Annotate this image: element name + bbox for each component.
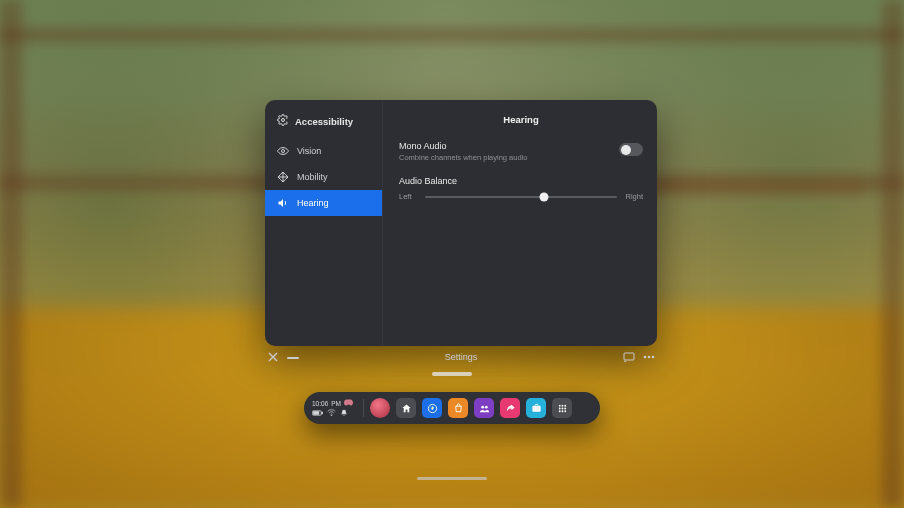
sidebar-item-hearing[interactable]: Hearing — [265, 190, 382, 216]
settings-sidebar: Accessibility Vision Mobility Hearing — [265, 100, 383, 346]
sidebar-title: Accessibility — [295, 116, 353, 127]
svg-rect-7 — [322, 412, 323, 414]
svg-point-12 — [484, 405, 487, 408]
move-icon — [277, 171, 289, 183]
sidebar-item-mobility[interactable]: Mobility — [265, 164, 382, 190]
mono-audio-label: Mono Audio — [399, 141, 527, 151]
svg-point-11 — [481, 405, 484, 408]
settings-content: Hearing Mono Audio Combine channels when… — [383, 100, 657, 346]
audio-balance-label: Audio Balance — [399, 176, 643, 186]
balance-left-label: Left — [399, 192, 419, 201]
dock-app-people[interactable] — [474, 398, 494, 418]
cast-button[interactable] — [623, 352, 635, 362]
svg-rect-8 — [313, 411, 319, 414]
svg-point-0 — [282, 119, 285, 122]
clock-time: 10:06 — [312, 400, 328, 407]
svg-rect-2 — [624, 353, 634, 360]
content-title: Hearing — [399, 110, 643, 139]
dock-status[interactable]: 10:06 PM — [312, 399, 357, 416]
system-dock: 10:06 PM — [304, 392, 600, 424]
dock-app-home[interactable] — [396, 398, 416, 418]
background-beam — [0, 0, 22, 508]
svg-point-21 — [561, 410, 563, 412]
clock-meridiem: PM — [331, 400, 341, 407]
background-beam — [882, 0, 904, 508]
sidebar-item-vision[interactable]: Vision — [265, 138, 382, 164]
svg-point-15 — [561, 404, 563, 406]
mono-audio-toggle[interactable] — [619, 143, 643, 156]
settings-window: Accessibility Vision Mobility Hearing He… — [265, 100, 657, 346]
dock-app-library[interactable] — [552, 398, 572, 418]
gear-icon — [277, 114, 289, 128]
dock-app-store[interactable] — [448, 398, 468, 418]
svg-point-14 — [558, 404, 560, 406]
close-button[interactable] — [267, 351, 279, 363]
eye-icon — [277, 145, 289, 157]
audio-balance-slider[interactable] — [425, 196, 617, 198]
wifi-icon — [327, 409, 336, 416]
svg-point-19 — [564, 407, 566, 409]
minimize-button[interactable] — [287, 357, 299, 359]
slider-thumb[interactable] — [540, 192, 549, 201]
sidebar-item-label: Vision — [297, 146, 321, 156]
controller-icon — [344, 399, 353, 407]
svg-point-18 — [561, 407, 563, 409]
svg-point-16 — [564, 404, 566, 406]
svg-rect-13 — [532, 405, 540, 411]
window-title: Settings — [267, 352, 655, 362]
mono-audio-row: Mono Audio Combine channels when playing… — [399, 139, 643, 172]
mono-audio-sub: Combine channels when playing audio — [399, 153, 527, 162]
battery-icon — [312, 410, 323, 416]
window-chrome: Settings — [267, 348, 655, 366]
svg-point-4 — [648, 356, 651, 359]
dock-app-explore[interactable] — [422, 398, 442, 418]
dock-avatar[interactable] — [370, 398, 390, 418]
svg-point-20 — [558, 410, 560, 412]
sidebar-item-label: Mobility — [297, 172, 328, 182]
svg-point-17 — [558, 407, 560, 409]
svg-point-5 — [652, 356, 655, 359]
sound-icon — [277, 197, 289, 209]
svg-point-3 — [644, 356, 647, 359]
balance-right-label: Right — [623, 192, 643, 201]
sidebar-header: Accessibility — [265, 106, 382, 138]
toggle-knob — [621, 145, 631, 155]
svg-point-9 — [331, 415, 332, 416]
audio-balance-block: Audio Balance Left Right — [399, 176, 643, 201]
svg-point-1 — [282, 150, 285, 153]
home-handle[interactable] — [417, 477, 487, 480]
dock-app-share[interactable] — [500, 398, 520, 418]
dock-app-camera[interactable] — [526, 398, 546, 418]
more-button[interactable] — [643, 355, 655, 359]
window-grab-handle[interactable] — [432, 372, 472, 376]
dock-divider — [363, 399, 364, 417]
svg-point-22 — [564, 410, 566, 412]
sidebar-item-label: Hearing — [297, 198, 329, 208]
background-beam — [0, 28, 904, 42]
bell-icon — [340, 409, 348, 417]
